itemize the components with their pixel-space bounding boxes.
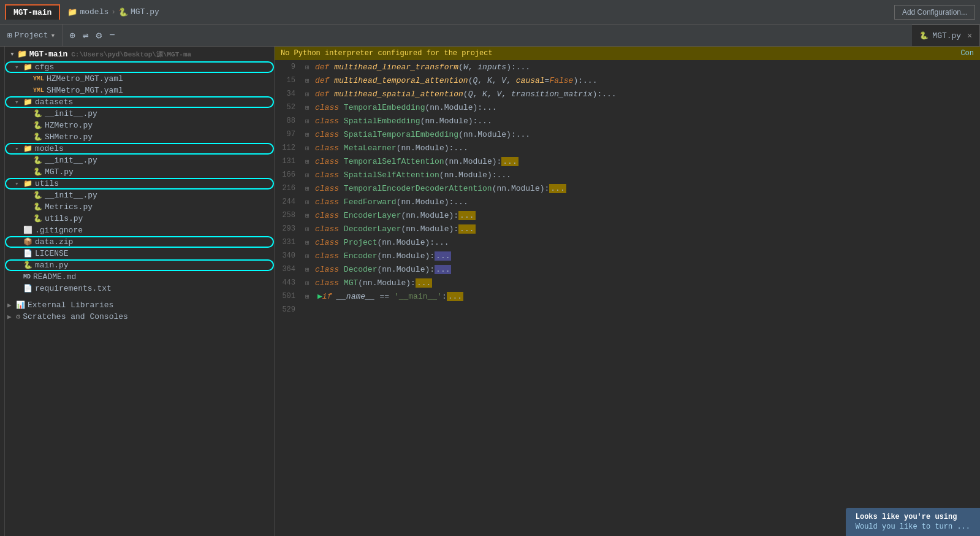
- fold-button[interactable]: ⊞: [305, 117, 315, 125]
- models-folder[interactable]: ▾ 📁 models: [5, 143, 274, 155]
- fold-button[interactable]: ⊞: [305, 293, 315, 301]
- folder-icon: 📁: [23, 144, 32, 153]
- line-number: 216: [275, 184, 305, 193]
- line-number: 88: [275, 117, 305, 125]
- editor-file-tab[interactable]: 🐍 MGT.py ✕: [912, 25, 980, 46]
- datasets-folder[interactable]: ▾ 📁 datasets: [5, 96, 274, 108]
- gear-icon[interactable]: ⚙: [95, 28, 104, 43]
- code-line-166: 166 ⊞ class SpatialSelfAttention(nn.Modu…: [275, 168, 980, 182]
- py-icon: 🐍: [33, 156, 42, 165]
- cfgs-folder[interactable]: ▾ 📁 cfgs: [5, 61, 274, 73]
- git-icon: ⬜: [23, 226, 32, 235]
- line-number: 501: [275, 292, 305, 301]
- shmetro-py-item[interactable]: 🐍 SHMetro.py: [5, 131, 274, 143]
- breadcrumb-models: models: [80, 7, 108, 17]
- models-init-item[interactable]: 🐍 __init__.py: [5, 155, 274, 166]
- readme-item[interactable]: MD README.md: [5, 271, 274, 283]
- folder-icon: 📁: [67, 7, 77, 17]
- scratches-item[interactable]: ▶ ⚙ Scratches and Consoles: [5, 311, 274, 323]
- txt-icon: 📄: [23, 249, 32, 258]
- fold-button[interactable]: ⊞: [305, 171, 315, 179]
- fold-button[interactable]: ⊞: [305, 158, 315, 166]
- gitignore-item[interactable]: ⬜ .gitignore: [5, 224, 274, 236]
- project-label[interactable]: ⊞ Project ▾: [0, 25, 63, 46]
- fold-button[interactable]: ⊞: [305, 252, 315, 260]
- txt-icon: 📄: [23, 284, 32, 293]
- arrow-icon: ▾: [15, 180, 22, 188]
- line-number: 364: [275, 265, 305, 274]
- project-tab[interactable]: MGT-main: [5, 4, 60, 20]
- scratch-icon: ⚙: [16, 312, 20, 321]
- lib-icon: 📊: [16, 301, 25, 310]
- fold-button[interactable]: ⊞: [305, 239, 315, 247]
- fold-button[interactable]: ⊞: [305, 77, 315, 85]
- fold-button[interactable]: ⊞: [305, 212, 315, 220]
- bottom-tooltip[interactable]: Looks like you're using Would you like t…: [846, 508, 980, 536]
- datasets-init-label: __init__.py: [45, 109, 97, 118]
- line-number: 34: [275, 90, 305, 98]
- code-text: class SpatialSelfAttention(nn.Module):..…: [315, 170, 980, 180]
- code-line-244: 244 ⊞ class FeedForward(nn.Module):...: [275, 195, 980, 209]
- code-line-97: 97 ⊞ class SpatialTemporalEmbedding(nn.M…: [275, 128, 980, 141]
- zip-icon: 📦: [23, 237, 32, 247]
- utils-folder[interactable]: ▾ 📁 utils: [5, 178, 274, 190]
- close-tab-icon[interactable]: ✕: [967, 31, 972, 40]
- fold-button[interactable]: ⊞: [305, 185, 315, 193]
- utils-py-item[interactable]: 🐍 utils.py: [5, 213, 274, 224]
- metrics-py-label: Metrics.py: [45, 202, 93, 212]
- datazip-label: data.zip: [35, 237, 73, 247]
- metrics-py-item[interactable]: 🐍 Metrics.py: [5, 201, 274, 213]
- fold-spacer: [305, 306, 315, 313]
- fold-button[interactable]: ⊞: [305, 144, 315, 152]
- datasets-init-item[interactable]: 🐍 __init__.py: [5, 108, 274, 120]
- external-libraries-item[interactable]: ▶ 📊 External Libraries: [5, 299, 274, 311]
- py-icon: 🐍: [33, 214, 42, 223]
- yaml-icon: YML: [33, 75, 44, 82]
- sync-icon[interactable]: ⊕: [68, 28, 77, 43]
- breadcrumb-file: MGT.py: [131, 7, 159, 17]
- hzmetro-py-item[interactable]: 🐍 HZMetro.py: [5, 120, 274, 131]
- fold-button[interactable]: ⊞: [305, 198, 315, 206]
- root-item[interactable]: ▾ 📁 MGT-main C:\Users\pyd\Desktop\源\MGT-…: [5, 47, 274, 61]
- equalizer-icon[interactable]: ⇌: [82, 28, 90, 43]
- datazip-item[interactable]: 📦 data.zip: [5, 236, 274, 248]
- folder-icon: 📁: [23, 63, 32, 72]
- line-number: 529: [275, 305, 305, 314]
- code-text: class TemporalEncoderDecoderAttention(nn…: [315, 184, 980, 193]
- py-icon: 🐍: [23, 261, 32, 270]
- code-text: def multihead_linear_transform(W, inputs…: [315, 63, 980, 72]
- code-text: class TemporalSelfAttention(nn.Module):.…: [315, 157, 980, 166]
- add-config-button[interactable]: Add Configuration...: [894, 5, 975, 20]
- utils-init-item[interactable]: 🐍 __init__.py: [5, 190, 274, 201]
- fold-button[interactable]: ⊞: [305, 225, 315, 233]
- license-item[interactable]: 📄 LICENSE: [5, 248, 274, 259]
- fold-button[interactable]: ⊞: [305, 90, 315, 98]
- fold-button[interactable]: ⊞: [305, 63, 315, 71]
- mainpy-label: main.py: [35, 261, 69, 270]
- folder-icon: 📁: [23, 179, 32, 188]
- code-line-331: 331 ⊞ class Project(nn.Module):...: [275, 235, 980, 249]
- run-icon[interactable]: ▶: [317, 291, 322, 301]
- code-text: class FeedForward(nn.Module):...: [315, 197, 980, 207]
- shmetro-yaml-label: SHMetro_MGT.yaml: [47, 86, 123, 95]
- root-folder-icon: 📁: [17, 49, 27, 59]
- mainpy-item[interactable]: 🐍 main.py: [5, 259, 274, 271]
- fold-button[interactable]: ⊞: [305, 104, 315, 112]
- folder-icon: 📁: [23, 98, 32, 107]
- mgt-py-item[interactable]: 🐍 MGT.py: [5, 166, 274, 178]
- shmetro-yaml-item[interactable]: YML SHMetro_MGT.yaml: [5, 85, 274, 96]
- mgt-py-label: MGT.py: [45, 167, 74, 177]
- code-line-112: 112 ⊞ class MetaLearner(nn.Module):...: [275, 141, 980, 155]
- code-line-131: 131 ⊞ class TemporalSelfAttention(nn.Mod…: [275, 155, 980, 168]
- code-line-529: 529: [275, 303, 980, 316]
- fold-button[interactable]: ⊞: [305, 279, 315, 287]
- hzmetro-yaml-item[interactable]: YML HZMetro_MGT.yaml: [5, 73, 274, 85]
- fold-button[interactable]: ⊞: [305, 266, 315, 274]
- gitignore-label: .gitignore: [35, 226, 83, 235]
- configure-link[interactable]: Con: [960, 49, 974, 58]
- minimize-icon[interactable]: −: [108, 29, 116, 42]
- requirements-item[interactable]: 📄 requirements.txt: [5, 283, 274, 294]
- fold-button[interactable]: ⊞: [305, 131, 315, 139]
- code-line-501: 501 ⊞ ▶ if __name__ == '__main__':...: [275, 289, 980, 303]
- code-line-9: 9 ⊞ def multihead_linear_transform(W, in…: [275, 60, 980, 74]
